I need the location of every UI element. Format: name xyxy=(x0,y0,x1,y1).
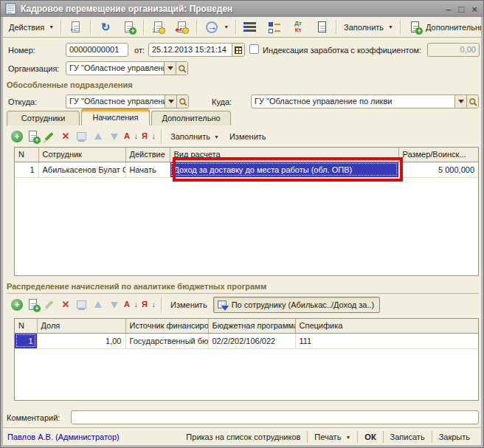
table-row[interactable]: 1 1,00 Государственный бюджет 02/2/202/1… xyxy=(15,333,478,348)
divider xyxy=(7,293,479,294)
cell-n-selected[interactable]: 1 xyxy=(15,333,37,348)
move-down-icon[interactable] xyxy=(107,297,122,312)
sort-ascending-icon[interactable]: А↓ xyxy=(123,129,139,144)
maximize-icon[interactable]: □ xyxy=(459,4,465,14)
comment-input[interactable] xyxy=(71,410,479,424)
edit-row-icon[interactable] xyxy=(42,129,57,144)
additional-experience-button[interactable]: Дополнительные стажи xyxy=(404,18,484,37)
copy-row-icon[interactable] xyxy=(26,129,41,144)
chevron-down-icon: ▼ xyxy=(49,24,54,30)
post-document-button[interactable]: ↓ xyxy=(147,18,170,37)
journal-button[interactable] xyxy=(310,18,333,37)
dropdown-button[interactable] xyxy=(454,95,466,108)
from-combo[interactable]: ГУ "Областное управление по ликви xyxy=(66,94,189,108)
chevron-down-icon xyxy=(458,100,464,103)
column-header-calc-type[interactable]: Вид расчета xyxy=(170,148,398,162)
organization-combo[interactable]: ГУ "Областное управление по ликви xyxy=(66,61,188,75)
go-arrow-icon: → xyxy=(204,20,219,35)
column-header-program[interactable]: Бюджетная программа xyxy=(208,319,295,333)
reread-button[interactable]: ← xyxy=(64,18,88,37)
accruals-toolbar: ✕ А↓ Я↓ Заполнить▼ Изменить xyxy=(10,128,271,145)
comment-label: Комментарий: xyxy=(7,413,60,422)
print-button[interactable]: Печать▼ xyxy=(308,430,357,444)
by-employee-filter-button[interactable]: По сотруднику (Абилькас../Доход за..) xyxy=(213,297,381,313)
date-input[interactable]: 25.12.2013 15:21:14 xyxy=(148,43,245,57)
copy-button[interactable] xyxy=(117,18,141,37)
chevron-down-icon xyxy=(167,66,173,70)
change-table-button[interactable]: Изменить xyxy=(225,130,271,143)
cell-calc-type-selected[interactable]: Доход за доставку до места работы (обл. … xyxy=(170,162,398,177)
number-input[interactable]: 00000000001 xyxy=(66,43,128,57)
indexation-checkbox[interactable] xyxy=(249,44,259,54)
column-header-employee[interactable]: Сотрудник xyxy=(38,148,125,162)
column-header-source[interactable]: Источник финансирован.. xyxy=(125,319,208,333)
fill-table-button[interactable]: Заполнить▼ xyxy=(166,130,224,143)
calendar-button[interactable] xyxy=(232,44,244,56)
column-header-action[interactable]: Действие xyxy=(125,148,170,162)
distribution-table: N Доля Источник финансирован.. Бюджетная… xyxy=(14,318,479,401)
sort-descending-icon[interactable]: Я↓ xyxy=(141,129,157,144)
list-structure-icon xyxy=(243,20,258,35)
column-header-n[interactable]: N xyxy=(15,148,38,162)
delete-row-icon[interactable]: ✕ xyxy=(58,129,73,144)
column-header-share[interactable]: Доля xyxy=(37,319,125,333)
refresh-button[interactable]: ↻ xyxy=(94,18,117,37)
settings-list-button[interactable] xyxy=(263,18,286,37)
unpost-document-button[interactable]: ↩ xyxy=(170,18,194,37)
tab-additional[interactable]: Дополнительно xyxy=(151,111,231,125)
toolbar-separator xyxy=(196,20,198,35)
date-label: от: xyxy=(134,46,145,55)
tab-accruals[interactable]: Начисления xyxy=(81,108,150,125)
lookup-button[interactable] xyxy=(176,95,188,108)
move-up-icon[interactable] xyxy=(91,129,106,144)
cell-share[interactable]: 1,00 xyxy=(37,333,125,348)
cell-action[interactable]: Начать xyxy=(125,162,170,177)
table-row[interactable]: 1 Абилькасенов Булат Ома... Начать Доход… xyxy=(15,162,478,177)
cell-amount[interactable]: 5 000,000 xyxy=(398,162,478,177)
magnifier-icon xyxy=(178,64,187,73)
employee-list-order-button[interactable]: Приказ на список сотрудников xyxy=(179,430,307,444)
add-row-icon[interactable] xyxy=(10,129,24,144)
actions-button[interactable]: Действия▼ xyxy=(4,21,58,34)
move-down-icon[interactable] xyxy=(107,129,122,144)
document-window: Кадровое перемещение организаций: Провед… xyxy=(0,0,484,448)
accruals-header-row: N Сотрудник Действие Вид расчета Размер/… xyxy=(15,148,478,162)
dropdown-button[interactable] xyxy=(164,62,176,75)
dt-kt-button[interactable]: ДтКт xyxy=(286,18,310,37)
lookup-button[interactable] xyxy=(466,95,478,108)
cell-program[interactable]: 02/2/202/106/022 xyxy=(208,333,295,348)
delete-row-icon[interactable]: ✕ xyxy=(58,297,73,312)
unpost-document-icon: ↩ xyxy=(175,20,190,35)
sort-ascending-icon[interactable]: А↓ xyxy=(123,297,139,312)
structure-button[interactable] xyxy=(239,18,263,37)
copy-add-icon xyxy=(122,20,136,35)
window-border xyxy=(1,445,483,447)
sort-descending-icon[interactable]: Я↓ xyxy=(141,297,157,312)
add-row-icon[interactable] xyxy=(10,297,24,312)
dropdown-button[interactable] xyxy=(165,95,176,108)
refresh-icon: ↻ xyxy=(98,20,113,35)
fill-button[interactable]: Заполнить▼ xyxy=(339,21,398,34)
ok-button[interactable]: ОК xyxy=(358,430,382,444)
cell-employee[interactable]: Абилькасенов Булат Ома... xyxy=(38,162,125,177)
lookup-button[interactable] xyxy=(176,62,187,75)
cell-n[interactable]: 1 xyxy=(15,162,38,177)
cell-source[interactable]: Государственный бюджет xyxy=(125,333,208,348)
column-header-specifics[interactable]: Специфика xyxy=(295,319,478,333)
indexation-coefficient-input: 0,00 xyxy=(427,43,480,57)
column-header-n[interactable]: N xyxy=(15,319,37,333)
minimize-icon[interactable]: – xyxy=(446,4,451,14)
table-filter-icon xyxy=(217,299,229,311)
close-icon[interactable]: × xyxy=(471,4,477,14)
copy-row-icon[interactable] xyxy=(26,297,41,312)
move-up-icon[interactable] xyxy=(91,297,106,312)
to-combo[interactable]: ГУ "Областное управление по ликви xyxy=(251,94,479,108)
tab-employees[interactable]: Сотрудники xyxy=(7,111,80,125)
column-header-amount[interactable]: Размер/Воинск... xyxy=(398,148,478,162)
cell-specifics[interactable]: 111 xyxy=(295,333,478,348)
window-title: Кадровое перемещение организаций: Провед… xyxy=(21,4,441,14)
save-button[interactable]: Записать xyxy=(384,430,432,444)
change-distribution-button[interactable]: Изменить xyxy=(166,298,212,311)
go-to-button[interactable]: → ▼ xyxy=(200,18,233,37)
close-button[interactable]: Закрыть xyxy=(432,430,477,444)
